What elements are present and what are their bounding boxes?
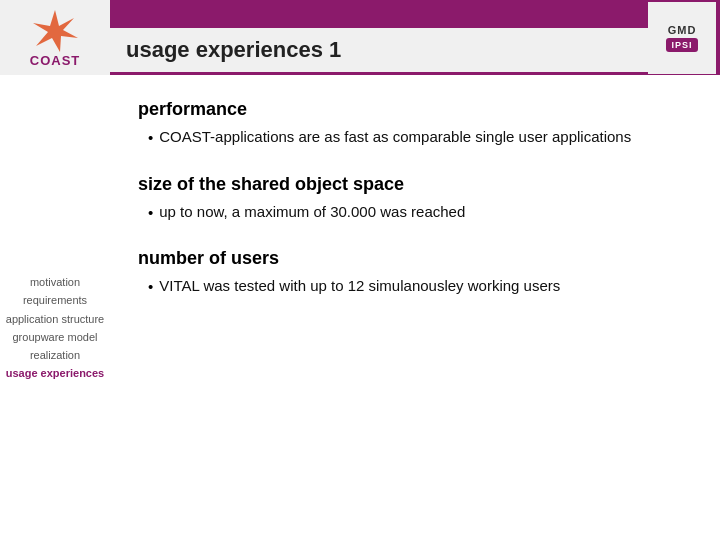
bullet-performance-1: • COAST-applications are as fast as comp… bbox=[148, 126, 692, 150]
sidebar-item-application-structure[interactable]: application structure bbox=[6, 312, 104, 326]
starfish-icon bbox=[30, 8, 80, 53]
page-title: usage experiences 1 bbox=[126, 37, 341, 63]
sidebar-item-motivation[interactable]: motivation bbox=[30, 275, 80, 289]
section-performance-body: • COAST-applications are as fast as comp… bbox=[138, 126, 692, 150]
gmd-text: GMD bbox=[668, 24, 697, 36]
main-content: performance • COAST-applications are as … bbox=[110, 75, 720, 540]
sidebar: motivation requirements application stru… bbox=[0, 75, 110, 540]
bullet-performance-1-text: COAST-applications are as fast as compar… bbox=[159, 126, 631, 149]
section-shared-object-space-title: size of the shared object space bbox=[138, 174, 692, 195]
section-number-of-users: number of users • VITAL was tested with … bbox=[138, 248, 692, 299]
section-performance: performance • COAST-applications are as … bbox=[138, 99, 692, 150]
section-performance-title: performance bbox=[138, 99, 692, 120]
bullet-dot-3: • bbox=[148, 276, 153, 299]
bullet-dot: • bbox=[148, 127, 153, 150]
ipsi-badge: IPSI bbox=[666, 38, 697, 52]
bullet-shared-object-1-text: up to now, a maximum of 30.000 was reach… bbox=[159, 201, 465, 224]
sidebar-item-realization[interactable]: realization bbox=[30, 348, 80, 362]
gmd-logo: GMD IPSI bbox=[648, 2, 716, 74]
section-shared-object-space-body: • up to now, a maximum of 30.000 was rea… bbox=[138, 201, 692, 225]
svg-marker-0 bbox=[33, 10, 78, 52]
sidebar-item-requirements[interactable]: requirements bbox=[23, 293, 87, 307]
section-number-of-users-title: number of users bbox=[138, 248, 692, 269]
bullet-dot-2: • bbox=[148, 202, 153, 225]
logo-area: COAST bbox=[0, 0, 110, 75]
bullet-users-1-text: VITAL was tested with up to 12 simulanou… bbox=[159, 275, 560, 298]
section-shared-object-space: size of the shared object space • up to … bbox=[138, 174, 692, 225]
coast-logo-text: COAST bbox=[30, 53, 81, 68]
section-number-of-users-body: • VITAL was tested with up to 12 simulan… bbox=[138, 275, 692, 299]
bullet-users-1: • VITAL was tested with up to 12 simulan… bbox=[148, 275, 692, 299]
title-bar: usage experiences 1 bbox=[110, 28, 670, 72]
sidebar-item-usage-experiences[interactable]: usage experiences bbox=[6, 366, 104, 380]
bullet-shared-object-1: • up to now, a maximum of 30.000 was rea… bbox=[148, 201, 692, 225]
sidebar-item-groupware-model[interactable]: groupware model bbox=[13, 330, 98, 344]
